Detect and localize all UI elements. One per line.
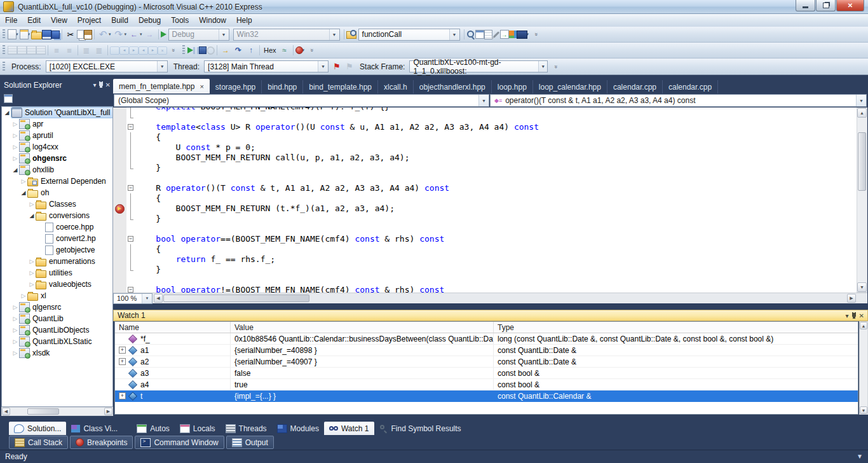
open-file-icon[interactable] (31, 32, 42, 39)
toolbar-overflow-icon[interactable]: » (306, 44, 318, 57)
fold-margin[interactable] (126, 244, 135, 254)
tree-item-classes[interactable]: ▷Classes (2, 198, 112, 210)
step-into-icon[interactable]: → (219, 44, 232, 57)
panel-tab-output[interactable]: Output (226, 436, 274, 449)
tab-loop_calendar.hpp[interactable]: loop_calendar.hpp (533, 80, 607, 93)
breakpoint-gutter[interactable] (113, 285, 126, 293)
tree-item-log4cxx[interactable]: ▷log4cxx (2, 141, 112, 153)
watch-type-cell[interactable]: const QuantLib::Date & (494, 356, 858, 367)
menu-build[interactable]: Build (106, 15, 133, 26)
fold-margin[interactable] (126, 254, 135, 265)
breakpoint-gutter[interactable] (113, 234, 126, 244)
toolbar-overflow-icon[interactable]: » (550, 60, 562, 73)
step-out-icon[interactable]: ↑ (245, 44, 257, 57)
tree-item-xl[interactable]: ▷xl (2, 290, 112, 301)
show-threads-icon[interactable]: ≈ (278, 44, 291, 57)
tree-item-enumerations[interactable]: ▷enumerations (2, 256, 112, 267)
save-icon[interactable] (42, 30, 51, 39)
watch-type-cell[interactable]: const QuantLib::Date & (494, 345, 858, 356)
tab-mem_fn_template.hpp[interactable]: mem_fn_template.hpp× (113, 79, 210, 93)
watch-name-cell[interactable]: a3 (115, 368, 231, 378)
tree-item-utilities[interactable]: ▷utilities (2, 267, 112, 279)
expand-icon[interactable]: + (119, 392, 126, 399)
tab-close-icon[interactable]: × (200, 83, 203, 90)
watch-type-cell[interactable]: long (const QuantLib::Date &, const Quan… (494, 333, 858, 344)
properties-icon[interactable] (4, 94, 13, 103)
process-combo[interactable]: [1020] EXCEL.EXE▼ (46, 60, 168, 73)
hscroll-left-icon[interactable]: ◀ (154, 294, 163, 303)
tree-item-getobjectve[interactable]: getobjectve (2, 244, 112, 256)
fold-margin[interactable] (126, 132, 135, 142)
redo-icon[interactable]: ↷ (112, 28, 125, 41)
combo-arrow-icon[interactable]: ▼ (329, 29, 339, 40)
watch-value-cell[interactable]: 0x10b88546 QuantLib::Calendar::businessD… (231, 333, 494, 344)
fold-margin[interactable]: − (126, 234, 135, 244)
fold-margin[interactable] (126, 153, 135, 163)
flag-red-icon[interactable]: ⚑ (330, 60, 343, 73)
breakpoints-window-icon[interactable] (295, 46, 303, 54)
breakpoint-gutter[interactable] (113, 244, 126, 254)
expand-icon[interactable]: ▷ (11, 144, 19, 150)
breakpoint-gutter[interactable] (113, 275, 126, 285)
watch-name-cell[interactable]: +a2 (115, 356, 231, 367)
break-all-icon[interactable] (193, 47, 199, 54)
menu-edit[interactable]: Edit (22, 15, 46, 26)
restart-icon[interactable] (207, 46, 215, 55)
breakpoint-gutter[interactable] (113, 112, 126, 122)
menu-tools[interactable]: Tools (166, 15, 194, 26)
menu-view[interactable]: View (46, 15, 72, 26)
tree-item-quantlibxlstatic[interactable]: ▷QuantLibXLStatic (2, 336, 112, 347)
column-header-name[interactable]: Name (115, 322, 231, 333)
restore-button[interactable] (816, 0, 836, 11)
minimize-button[interactable] (796, 0, 815, 11)
watch-value-cell[interactable]: {serialNumber_=40907 } (231, 356, 494, 367)
toolbar-overflow-icon[interactable]: » (167, 44, 180, 57)
comment-icon[interactable]: ≣ (80, 44, 93, 57)
fold-collapse-icon[interactable]: − (128, 236, 133, 242)
breakpoint-gutter[interactable] (113, 163, 126, 173)
expand-icon[interactable]: ▷ (11, 155, 19, 162)
cut-icon[interactable]: ✂ (64, 28, 77, 41)
tree-item-valueobjects[interactable]: ▷valueobjects (2, 279, 112, 290)
external-tools-icon[interactable] (492, 31, 499, 38)
breakpoint-gutter[interactable] (113, 153, 126, 163)
panel-tab-class-vi-[interactable]: Class Vi... (66, 422, 123, 435)
types-combo[interactable]: (Global Scope)▼ (114, 94, 489, 107)
fold-margin[interactable] (126, 275, 135, 285)
start-debugging-icon[interactable] (161, 31, 166, 38)
watch-row[interactable]: a3falseconst bool & (115, 368, 858, 379)
zoom-combo[interactable]: 100 %▼ (113, 293, 153, 304)
tree-item-solution-quantlibxl-full[interactable]: ◢Solution 'QuantLibXL_full (2, 107, 112, 118)
breakpoint-gutter[interactable] (113, 254, 126, 265)
decrease-indent-icon[interactable]: ≡ (63, 44, 76, 57)
tab-calendar.cpp[interactable]: calendar.cpp (663, 80, 718, 93)
tree-item-ohxllib[interactable]: ◢ohxllib (2, 164, 112, 176)
breakpoint-gutter[interactable] (113, 122, 126, 132)
fold-margin[interactable] (126, 204, 135, 214)
fold-margin[interactable] (126, 112, 135, 122)
fold-margin[interactable] (126, 142, 135, 153)
watch-type-cell[interactable]: const bool & (494, 368, 858, 378)
panel-tab-autos[interactable]: Autos (132, 422, 175, 435)
next-bookmark-folder-icon[interactable]: ▸ (148, 46, 158, 55)
toolbar-overflow-icon[interactable]: » (530, 28, 543, 41)
import-export-settings-icon[interactable]: → (500, 30, 509, 39)
command-window-icon[interactable] (517, 31, 527, 39)
window-menu-icon[interactable]: ▾ (93, 81, 97, 88)
toolbar-grip[interactable] (3, 29, 5, 39)
tree-item-external-dependen[interactable]: ▷External Dependen (2, 176, 112, 187)
watch-name-cell[interactable]: a4 (115, 379, 231, 390)
previous-bookmark-folder-icon[interactable]: ◂ (139, 46, 148, 55)
breakpoint-gutter[interactable] (113, 132, 126, 142)
panel-tab-modules[interactable]: Modules (272, 422, 324, 435)
watch-type-cell[interactable]: const QuantLib::Calendar & (494, 390, 858, 401)
expand-icon[interactable]: ▷ (11, 121, 19, 127)
hex-toggle[interactable]: Hex (262, 44, 278, 57)
combo-arrow-icon[interactable]: ▼ (219, 29, 229, 40)
tree-item-qlgensrc[interactable]: ▷qlgensrc (2, 301, 112, 313)
combo-arrow-icon[interactable]: ▼ (449, 29, 459, 40)
toolbar-grip[interactable] (3, 62, 5, 72)
increase-indent-icon[interactable]: ≡ (50, 44, 63, 57)
breakpoint-gutter[interactable] (113, 214, 126, 224)
watch-value-cell[interactable]: {impl_={...} } (231, 390, 494, 401)
